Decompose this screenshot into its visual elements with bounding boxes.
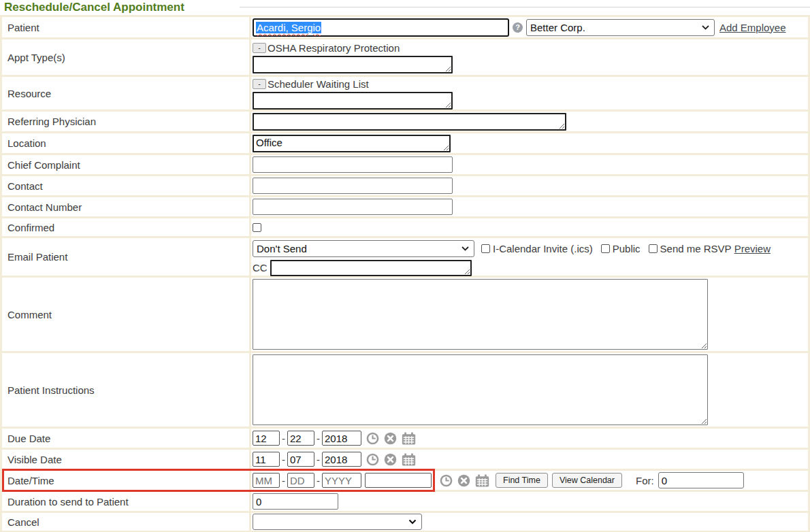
date-time-year-input[interactable] <box>322 473 361 488</box>
confirmed-label: Confirmed <box>2 218 249 236</box>
resource-label: Resource <box>2 77 249 110</box>
referring-physician-label: Referring Physician <box>2 112 249 131</box>
confirmed-checkbox[interactable] <box>253 223 261 232</box>
for-label: For: <box>636 475 654 486</box>
chevron-down-icon <box>408 519 417 525</box>
date-time-time-input[interactable] <box>365 473 432 488</box>
location-input[interactable]: Office <box>253 135 451 152</box>
due-date-label: Due Date <box>2 429 249 448</box>
appt-type-input[interactable] <box>253 56 453 73</box>
resource-input[interactable] <box>253 92 453 110</box>
date-time-day-input[interactable] <box>287 473 314 488</box>
row-patient-instructions: Patient Instructions <box>2 353 808 427</box>
send-me-rsvp-checkbox[interactable] <box>649 244 658 253</box>
row-resource: Resource - Scheduler Waiting List <box>2 77 808 110</box>
contact-label: Contact <box>2 176 249 195</box>
visible-date-label: Visible Date <box>2 450 249 469</box>
comment-input[interactable] <box>253 279 708 350</box>
patient-instructions-label: Patient Instructions <box>2 353 249 427</box>
row-duration: Duration to send to Patient <box>2 492 808 511</box>
appointment-form-table: Patient Acardi, Sergio ? Better Corp. Ad… <box>0 15 810 532</box>
duration-label: Duration to send to Patient <box>2 492 249 511</box>
clear-date-icon[interactable] <box>384 453 397 466</box>
chief-complaint-label: Chief Complaint <box>2 155 249 174</box>
icalendar-invite-label: I-Calendar Invite (.ics) <box>493 243 593 254</box>
row-due-date: Due Date - - <box>2 429 808 448</box>
calendar-icon[interactable] <box>402 453 416 466</box>
due-date-month-input[interactable] <box>253 431 280 446</box>
visible-date-day-input[interactable] <box>287 452 314 467</box>
chevron-down-icon <box>702 25 709 30</box>
row-confirmed: Confirmed <box>2 218 808 236</box>
chevron-down-icon <box>461 246 469 251</box>
patient-instructions-input[interactable] <box>253 354 708 425</box>
cc-label: CC <box>253 262 268 273</box>
appt-type-selected-tag: OSHA Respiratory Protection <box>268 42 400 54</box>
row-contact: Contact <box>2 176 808 195</box>
cc-input[interactable] <box>270 260 472 276</box>
comment-label: Comment <box>2 278 249 351</box>
row-cancel: Cancel <box>2 513 808 531</box>
company-select[interactable]: Better Corp. <box>526 19 715 36</box>
clear-date-icon[interactable] <box>384 432 397 445</box>
contact-input[interactable] <box>253 178 453 194</box>
chief-complaint-input[interactable] <box>253 156 453 173</box>
contact-number-input[interactable] <box>253 199 453 215</box>
public-checkbox[interactable] <box>601 244 610 253</box>
visible-date-month-input[interactable] <box>253 452 280 467</box>
cancel-label: Cancel <box>2 513 249 531</box>
send-me-rsvp-label: Send me RSVP <box>660 243 732 254</box>
appt-type-label: Appt Type(s) <box>2 39 249 75</box>
due-date-year-input[interactable] <box>322 431 361 446</box>
row-chief-complaint: Chief Complaint <box>2 155 808 174</box>
row-contact-number: Contact Number <box>2 197 808 216</box>
preview-link[interactable]: Preview <box>734 243 771 254</box>
due-date-day-input[interactable] <box>287 431 314 446</box>
find-time-button[interactable]: Find Time <box>496 473 548 488</box>
clock-icon[interactable] <box>366 453 379 466</box>
clock-icon[interactable] <box>440 474 453 487</box>
for-input[interactable] <box>658 472 744 488</box>
row-visible-date: Visible Date - - <box>2 450 808 469</box>
row-patient: Patient Acardi, Sergio ? Better Corp. Ad… <box>2 17 808 37</box>
patient-input-selected-text: Acardi, Sergio <box>256 22 321 33</box>
clock-icon[interactable] <box>366 432 379 445</box>
help-icon[interactable]: ? <box>513 22 523 33</box>
email-patient-label: Email Patient <box>2 238 249 276</box>
patient-input[interactable]: Acardi, Sergio <box>253 18 509 37</box>
page-title: Reschedule/Cancel Appointment <box>4 1 191 14</box>
legend-rule <box>240 7 810 7</box>
row-appt-type: Appt Type(s) - OSHA Respiratory Protecti… <box>2 39 808 75</box>
patient-label: Patient <box>2 17 249 37</box>
remove-appt-type-button[interactable]: - <box>253 43 266 53</box>
date-time-label: Date/Time <box>2 471 249 490</box>
view-calendar-button[interactable]: View Calendar <box>552 473 622 488</box>
row-date-time: Date/Time - - Find Time View Calendar Fo… <box>2 471 808 490</box>
row-comment: Comment <box>2 278 808 351</box>
remove-resource-button[interactable]: - <box>253 79 266 89</box>
row-referring-physician: Referring Physician <box>2 112 808 131</box>
duration-input[interactable] <box>253 493 338 510</box>
referring-physician-input[interactable] <box>253 113 566 131</box>
row-location: Location Office <box>2 133 808 153</box>
visible-date-year-input[interactable] <box>322 452 361 467</box>
location-label: Location <box>2 133 249 153</box>
contact-number-label: Contact Number <box>2 197 249 216</box>
date-time-month-input[interactable] <box>253 473 280 488</box>
public-label: Public <box>613 243 641 254</box>
email-send-select[interactable]: Don't Send <box>253 240 474 257</box>
add-employee-link[interactable]: Add Employee <box>719 22 786 33</box>
calendar-icon[interactable] <box>475 474 489 487</box>
form-header: Reschedule/Cancel Appointment <box>0 0 810 15</box>
cancel-select[interactable] <box>253 514 422 530</box>
clear-date-icon[interactable] <box>457 474 470 487</box>
icalendar-invite-checkbox[interactable] <box>481 244 490 253</box>
calendar-icon[interactable] <box>402 432 416 445</box>
row-email-patient: Email Patient Don't Send I-Calendar Invi… <box>2 238 808 276</box>
resource-selected-tag: Scheduler Waiting List <box>268 78 369 90</box>
